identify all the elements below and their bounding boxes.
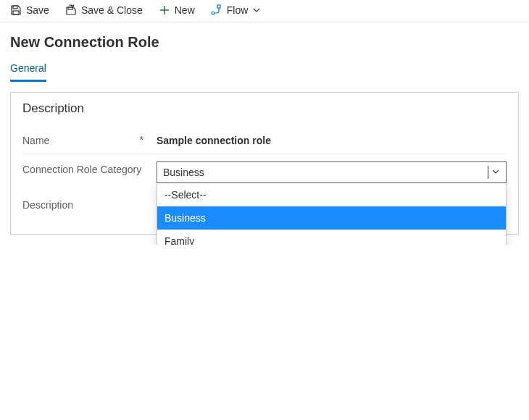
category-option[interactable]: Business	[157, 206, 506, 230]
chevron-down-icon	[491, 167, 500, 178]
name-label: Name	[22, 135, 49, 146]
flow-icon	[211, 4, 222, 16]
svg-rect-1	[13, 11, 19, 14]
plus-icon	[159, 4, 170, 16]
new-button-label: New	[175, 4, 195, 16]
svg-rect-4	[217, 5, 220, 8]
description-label: Description	[22, 199, 73, 211]
category-label: Connection Role Category	[22, 163, 141, 177]
svg-point-3	[212, 12, 214, 14]
save-icon	[10, 4, 22, 16]
tab-general-label: General	[10, 62, 46, 74]
flow-button[interactable]: Flow	[211, 4, 262, 16]
tab-general[interactable]: General	[10, 58, 46, 82]
tab-bar: General	[0, 58, 529, 82]
category-option[interactable]: --Select--	[157, 183, 506, 206]
required-indicator: *	[140, 135, 157, 145]
save-close-button-label: Save & Close	[81, 4, 143, 16]
category-dropdown[interactable]: --Select--BusinessFamilySocialSalesOther…	[157, 183, 507, 245]
save-close-button[interactable]: Save & Close	[65, 4, 143, 16]
save-button-label: Save	[26, 4, 49, 16]
flow-button-label: Flow	[227, 4, 249, 16]
category-select-value: Business	[163, 167, 204, 178]
category-select[interactable]: Business	[157, 161, 507, 183]
svg-rect-0	[13, 6, 17, 9]
chevron-down-icon	[252, 4, 261, 16]
field-row-category: Connection Role Category Business --Sele…	[22, 154, 507, 190]
select-divider	[488, 166, 488, 179]
category-option[interactable]: Family	[157, 230, 506, 245]
description-section: Description Name * Sample connection rol…	[10, 92, 519, 235]
new-button[interactable]: New	[159, 4, 195, 16]
name-field[interactable]: Sample connection role	[157, 133, 507, 146]
svg-rect-2	[68, 7, 72, 9]
section-title: Description	[22, 101, 507, 116]
page-title: New Connection Role	[0, 22, 529, 58]
command-bar: Save Save & Close New Flow	[0, 0, 529, 22]
field-row-name: Name * Sample connection role	[22, 126, 507, 154]
save-button[interactable]: Save	[10, 4, 49, 16]
save-close-icon	[65, 4, 77, 16]
